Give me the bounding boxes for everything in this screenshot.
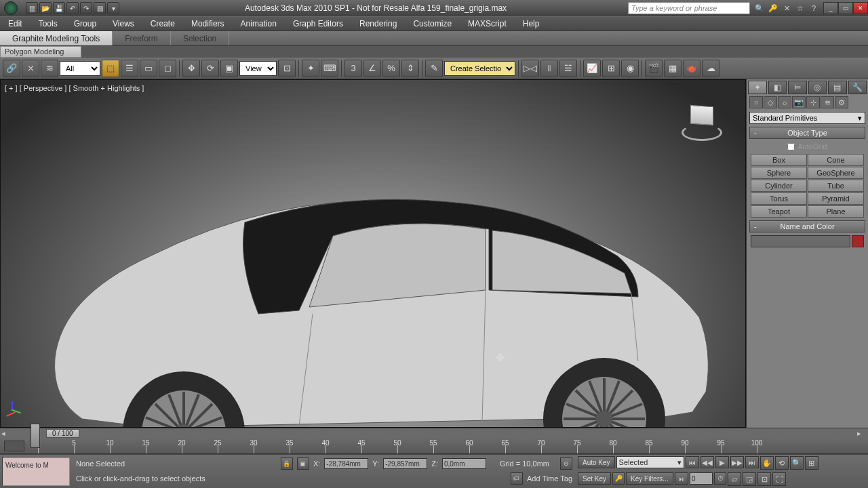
viewport-label[interactable]: [ + ] [ Perspective ] [ Smooth + Highlig…	[5, 84, 144, 92]
isolate-icon[interactable]: ▣	[297, 458, 309, 470]
qat-redo-icon[interactable]: ↷	[80, 2, 92, 14]
tab-display-icon[interactable]: ▤	[828, 81, 847, 94]
zoom-extents-icon[interactable]: ◲	[743, 472, 756, 486]
primitive-box-button[interactable]: Box	[751, 154, 807, 166]
app-icon[interactable]	[4, 1, 18, 15]
minimize-button[interactable]: _	[823, 2, 838, 14]
close-button[interactable]: ✕	[853, 2, 868, 14]
schematic-icon[interactable]: ⊞	[602, 60, 620, 77]
named-selection-dropdown[interactable]: Create Selection Se	[444, 61, 515, 76]
menu-edit[interactable]: Edit	[0, 17, 31, 30]
maxscript-listener[interactable]: Welcome to M	[2, 457, 70, 486]
menu-customize[interactable]: Customize	[405, 17, 460, 30]
binoculars-icon[interactable]: 🔍	[754, 3, 765, 14]
trackbar-key-icon[interactable]	[4, 441, 24, 451]
menu-modifiers[interactable]: Modifiers	[183, 17, 233, 30]
zoom-icon[interactable]: 🔍	[790, 456, 804, 470]
qat-undo-icon[interactable]: ↶	[66, 2, 79, 14]
adaptive-degradation-icon[interactable]: ⊖	[560, 458, 572, 470]
maximize-button[interactable]: ▭	[838, 2, 853, 14]
primitive-plane-button[interactable]: Plane	[808, 205, 864, 218]
sub-helpers-icon[interactable]: ⊹	[806, 96, 820, 108]
layers-icon[interactable]: ☱	[559, 60, 577, 77]
manipulate-icon[interactable]: ✦	[302, 60, 319, 77]
select-object-icon[interactable]: ⬚	[102, 60, 119, 77]
tab-selection[interactable]: Selection	[171, 31, 229, 45]
lock-selection-icon[interactable]: 🔒	[281, 458, 293, 470]
play-icon[interactable]: ▶	[715, 456, 729, 468]
sub-geometry-icon[interactable]: ○	[749, 96, 763, 108]
qat-open-icon[interactable]: 📂	[39, 2, 52, 14]
menu-create[interactable]: Create	[142, 17, 183, 30]
auto-key-button[interactable]: Auto Key	[578, 456, 615, 468]
tab-freeform[interactable]: Freeform	[113, 31, 171, 45]
menu-grapheditors[interactable]: Graph Editors	[285, 17, 351, 30]
pivot-icon[interactable]: ⊡	[278, 60, 296, 77]
align-icon[interactable]: ⫴	[540, 60, 558, 77]
angle-snap-icon[interactable]: ∠	[363, 60, 381, 77]
time-slider-handle[interactable]	[31, 424, 40, 448]
sub-systems-icon[interactable]: ⚙	[835, 96, 848, 108]
sub-shapes-icon[interactable]: ◇	[764, 96, 777, 108]
category-dropdown[interactable]: Standard Primitives▾	[749, 112, 865, 124]
fov-icon[interactable]: ▱	[728, 472, 741, 486]
sub-lights-icon[interactable]: ☼	[778, 96, 791, 108]
tab-hierarchy-icon[interactable]: ⊨	[788, 81, 807, 94]
help-icon[interactable]: ?	[808, 3, 819, 14]
primitive-tube-button[interactable]: Tube	[808, 180, 864, 192]
tab-graphite-modeling[interactable]: Graphite Modeling Tools	[0, 31, 113, 45]
qat-save-icon[interactable]: 💾	[53, 2, 65, 14]
maximize-viewport-icon[interactable]: ⛶	[772, 472, 786, 486]
menu-animation[interactable]: Animation	[233, 17, 285, 30]
menu-tools[interactable]: Tools	[31, 17, 66, 30]
search-input[interactable]: Type a keyword or phrase	[628, 2, 750, 14]
viewport-perspective[interactable]: [ + ] [ Perspective ] [ Smooth + Highlig…	[0, 79, 746, 428]
material-editor-icon[interactable]: ◉	[621, 60, 639, 77]
curve-editor-icon[interactable]: 📈	[583, 60, 601, 77]
goto-end-icon[interactable]: ⏭	[745, 456, 759, 468]
coord-y-field[interactable]: -29,857mm	[383, 458, 427, 469]
primitive-torus-button[interactable]: Torus	[751, 192, 807, 205]
primitive-geosphere-button[interactable]: GeoSphere	[808, 167, 864, 179]
tab-utilities-icon[interactable]: 🔧	[848, 81, 867, 94]
rollout-object-type[interactable]: -Object Type	[749, 127, 865, 139]
pan-icon[interactable]: ✋	[760, 456, 774, 470]
prev-frame-icon[interactable]: ◀◀	[701, 456, 714, 468]
percent-snap-icon[interactable]: %	[382, 60, 400, 77]
primitive-cone-button[interactable]: Cone	[808, 154, 864, 166]
car-model[interactable]	[41, 182, 719, 428]
select-region-rect-icon[interactable]: ▭	[140, 60, 157, 77]
spinner-snap-icon[interactable]: ⇕	[401, 60, 419, 77]
key-filter-selected-dropdown[interactable]: Selected▾	[616, 456, 684, 468]
qat-new-icon[interactable]: ▥	[26, 2, 38, 14]
key-mode-toggle-icon[interactable]: ⏯	[675, 472, 688, 485]
select-region-window-icon[interactable]: ◻	[159, 60, 176, 77]
qat-dropdown-icon[interactable]: ▾	[107, 2, 119, 14]
primitive-sphere-button[interactable]: Sphere	[751, 167, 807, 179]
menu-maxscript[interactable]: MAXScript	[460, 17, 515, 30]
current-frame-field[interactable]: 0	[690, 472, 713, 485]
set-key-button[interactable]: Set Key	[578, 472, 611, 485]
next-key-icon[interactable]: ▸	[856, 429, 864, 437]
globe-icon[interactable]: ✕	[781, 3, 792, 14]
zoom-all-icon[interactable]: ⊞	[805, 456, 818, 470]
menu-views[interactable]: Views	[104, 17, 142, 30]
render-iterative-icon[interactable]: ☁	[702, 60, 719, 77]
key-icon[interactable]: 🔑	[768, 3, 778, 14]
tab-create-icon[interactable]: ✦	[748, 81, 767, 94]
viewcube[interactable]	[682, 100, 722, 141]
snap-toggle-icon[interactable]: 3	[344, 60, 362, 77]
keyboard-shortcut-icon[interactable]: ⌨	[321, 60, 338, 77]
render-production-icon[interactable]: 🫖	[683, 60, 701, 77]
coord-x-field[interactable]: -28,784mm	[324, 458, 368, 469]
bind-icon[interactable]: ≋	[41, 60, 58, 77]
scale-icon[interactable]: ▣	[220, 60, 238, 77]
coord-z-field[interactable]: 0,0mm	[442, 458, 486, 469]
track-bar[interactable]: 0510152025303540455055606570758085909510…	[0, 438, 868, 454]
time-tag-icon[interactable]: 🏷	[511, 472, 523, 485]
qat-project-icon[interactable]: ▤	[94, 2, 106, 14]
menu-help[interactable]: Help	[515, 17, 548, 30]
primitive-pyramid-button[interactable]: Pyramid	[808, 192, 864, 205]
add-time-tag[interactable]: Add Time Tag	[527, 474, 572, 483]
render-setup-icon[interactable]: 🎬	[645, 60, 663, 77]
